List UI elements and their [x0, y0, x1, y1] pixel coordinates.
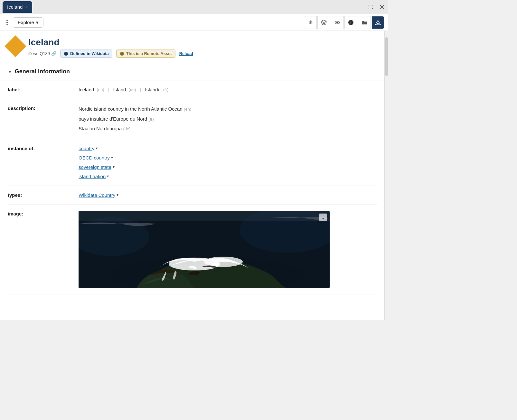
folder-button[interactable] [358, 16, 371, 29]
general-information-section[interactable]: ▼ General Information [0, 63, 384, 80]
tab-bar: Iceland × [0, 0, 388, 14]
label-en: Iceland [79, 87, 94, 92]
instance-of-property-row: instance of: country ▾ OECD country ▾ so… [8, 139, 377, 186]
description-de-text: Staat in Nordeuropa [79, 126, 122, 131]
info-button[interactable]: i [344, 16, 357, 29]
description-en-tag: (en) [184, 107, 191, 112]
dot-1 [6, 20, 8, 21]
asterisk-button[interactable]: ✳ [304, 16, 317, 29]
label-fr: Islande [145, 87, 160, 92]
layers-button[interactable] [317, 16, 330, 29]
instance-island-link[interactable]: island nation [79, 174, 106, 179]
description-de-tag: (de) [123, 126, 130, 131]
tab-actions [367, 3, 386, 11]
dots-menu-button[interactable] [4, 18, 10, 27]
svg-text:i: i [66, 52, 67, 56]
label-de-tag: (de) [128, 87, 136, 92]
scrollbar-thumb[interactable] [385, 37, 388, 76]
svg-text:i: i [350, 21, 351, 24]
explore-chevron-icon: ▾ [36, 20, 39, 25]
reload-link[interactable]: Reload [179, 51, 193, 56]
properties-table: label: Iceland (en) | Island (de) | Isla… [0, 80, 384, 295]
asset-id: ID wd:Q189 🔗 [28, 51, 56, 56]
description-property-value: Nordic island country in the North Atlan… [79, 105, 377, 132]
description-de: Staat in Nordeuropa (de) [79, 125, 377, 132]
toolbar-right: ✳ i ▲ [304, 16, 384, 29]
svg-text:i: i [122, 52, 123, 56]
section-title: General Information [15, 68, 70, 75]
wikidata-country-expand-icon[interactable]: ▾ [117, 193, 118, 197]
description-en: Nordic island country in the North Atlan… [79, 105, 377, 113]
sep-2: | [140, 87, 141, 92]
svg-point-16 [204, 257, 243, 267]
description-fr-tag: (fr) [148, 117, 154, 122]
types-values: Wikidata Country ▾ [79, 192, 377, 198]
id-value: wd:Q189 [33, 51, 50, 56]
fullscreen-button[interactable] [367, 3, 375, 11]
instance-oecd-row: OECD country ▾ [79, 155, 377, 160]
instance-of-values: country ▾ OECD country ▾ sovereign state… [79, 146, 377, 179]
instance-sovereign-row: sovereign state ▾ [79, 164, 377, 170]
oecd-expand-icon[interactable]: ▾ [111, 155, 113, 160]
type-wikidata-country-link[interactable]: Wikidata Country [79, 192, 115, 198]
description-property-row: description: Nordic island country in th… [8, 99, 377, 139]
tab-close-button[interactable]: × [25, 5, 28, 9]
island-expand-icon[interactable]: ▾ [107, 174, 109, 178]
iceland-satellite-svg [79, 211, 330, 288]
description-en-text: Nordic island country in the North Atlan… [79, 106, 183, 112]
dot-2 [6, 22, 8, 23]
description-property-key: description: [8, 105, 79, 111]
tab-title: Iceland [7, 4, 23, 10]
type-wikidata-country-row: Wikidata Country ▾ [79, 192, 377, 198]
svg-point-2 [337, 22, 338, 23]
iceland-image: ⌄ [79, 211, 330, 288]
eye-button[interactable] [331, 16, 344, 29]
asset-header: Iceland ID wd:Q189 🔗 i Defined in Wikida… [0, 31, 384, 63]
remote-asset-badge: i This is a Remote Asset [116, 50, 175, 58]
instance-of-key: instance of: [8, 146, 79, 151]
toolbar: Explore ▾ ✳ i [0, 14, 388, 31]
image-value: ⌄ [79, 211, 377, 288]
sep-1: | [108, 87, 109, 92]
close-window-button[interactable] [379, 4, 386, 11]
external-link-icon[interactable]: 🔗 [51, 51, 56, 56]
asset-title: Iceland [28, 37, 377, 48]
label-property-row: label: Iceland (en) | Island (de) | Isla… [8, 80, 377, 99]
asset-meta: ID wd:Q189 🔗 i Defined in Wikidata i Thi… [28, 50, 377, 58]
instance-island-row: island nation ▾ [79, 174, 377, 179]
label-en-tag: (en) [97, 87, 104, 92]
description-fr-text: pays insulaire d'Europe du Nord [79, 116, 147, 122]
scrollbar[interactable] [384, 31, 388, 320]
country-expand-icon[interactable]: ▾ [96, 146, 98, 151]
asset-type-icon [5, 35, 26, 57]
svg-rect-17 [79, 211, 330, 221]
types-property-row: types: Wikidata Country ▾ [8, 186, 377, 205]
instance-country-row: country ▾ [79, 146, 377, 151]
label-fr-tag: (fr) [163, 87, 169, 92]
image-collapse-button[interactable]: ⌄ [319, 214, 327, 221]
explore-label: Explore [18, 20, 34, 25]
content-area: Iceland ID wd:Q189 🔗 i Defined in Wikida… [0, 31, 384, 320]
explore-dropdown-button[interactable]: Explore ▾ [13, 17, 43, 28]
instance-country-link[interactable]: country [79, 146, 94, 151]
warning-button[interactable]: ▲ [371, 16, 384, 29]
description-fr: pays insulaire d'Europe du Nord (fr) [79, 115, 377, 123]
sovereign-expand-icon[interactable]: ▾ [113, 165, 115, 169]
svg-text:▲: ▲ [376, 21, 380, 25]
main-content: Iceland ID wd:Q189 🔗 i Defined in Wikida… [0, 31, 388, 320]
asset-title-area: Iceland ID wd:Q189 🔗 i Defined in Wikida… [28, 37, 377, 58]
wikidata-badge-icon: i [64, 51, 68, 56]
id-label: ID [28, 52, 32, 56]
section-chevron-icon: ▼ [8, 69, 12, 74]
label-property-key: label: [8, 87, 79, 92]
iceland-tab[interactable]: Iceland × [3, 1, 32, 13]
label-de: Island [113, 87, 126, 92]
remote-badge-icon: i [120, 51, 124, 56]
label-property-value: Iceland (en) | Island (de) | Islande (fr… [79, 87, 377, 92]
types-key: types: [8, 192, 79, 198]
svg-text:✳: ✳ [308, 20, 313, 25]
instance-oecd-link[interactable]: OECD country [79, 155, 110, 160]
instance-sovereign-link[interactable]: sovereign state [79, 164, 111, 170]
image-key: image: [8, 211, 79, 216]
wikidata-badge: i Defined in Wikidata [60, 50, 112, 58]
